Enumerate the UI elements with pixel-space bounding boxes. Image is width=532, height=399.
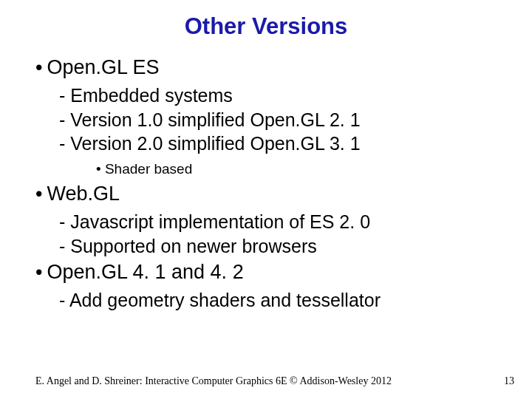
sub-item: Supported on newer browsers <box>59 234 532 259</box>
bullet-opengl-4: Open.GL 4. 1 and 4. 2 <box>35 261 532 284</box>
sub-item: Version 2.0 simplified Open.GL 3. 1 <box>59 132 532 156</box>
sub-item: Embedded systems <box>59 83 532 108</box>
page-number: 13 <box>504 375 514 387</box>
sublist-webgl: Javascript implementation of ES 2. 0 Sup… <box>35 210 532 258</box>
sub-bullet-shader: Shader based <box>59 160 532 179</box>
bullet-webgl: Web.GL <box>35 183 532 205</box>
slide-content: Open.GL ES Embedded systems Version 1.0 … <box>0 56 532 313</box>
sub-item: Version 1.0 simplified Open.GL 2. 1 <box>59 108 532 132</box>
bullet-opengl-es: Open.GL ES <box>35 56 532 79</box>
slide-title: Other Versions <box>0 13 532 40</box>
sublist-opengl-es: Embedded systems Version 1.0 simplified … <box>35 83 532 178</box>
sublist-opengl-4: Add geometry shaders and tessellator <box>35 288 532 313</box>
footer-citation: E. Angel and D. Shreiner: Interactive Co… <box>35 375 392 387</box>
sub-item: Javascript implementation of ES 2. 0 <box>59 210 532 234</box>
sub-item: Add geometry shaders and tessellator <box>59 288 532 313</box>
